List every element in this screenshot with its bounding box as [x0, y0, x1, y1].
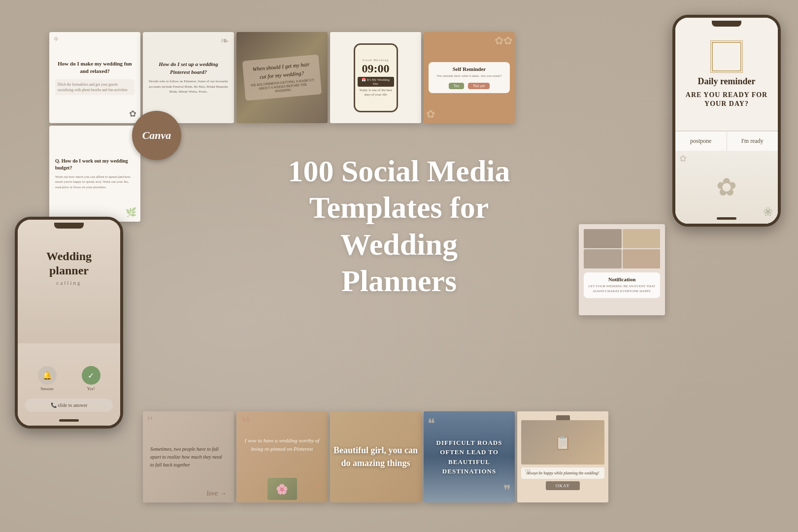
- phone-left-content: Wedding planner calling 🔔 Snooze ✓ Yes! …: [18, 220, 120, 426]
- reminder-title: Self Reminder: [433, 66, 505, 72]
- template-card-b1[interactable]: " Sometimes, two people have to fall apa…: [143, 411, 234, 502]
- leaf-icon: 🌿: [126, 207, 136, 218]
- template-card-notification[interactable]: Notification LET YOUR WEDDING BE AN EVEN…: [579, 224, 665, 315]
- botanical-icon: ❧: [220, 34, 229, 47]
- notification-inner: Notification LET YOUR WEDDING BE AN EVEN…: [579, 224, 665, 315]
- quote-mark-tl: ❝: [240, 415, 251, 431]
- mini-phone-display: Good Morning 09:00 📅 It's My Wedding Day…: [354, 43, 398, 112]
- love-arrow: love →: [206, 490, 227, 498]
- card-b4-inner: ❝ ❞ DIFFICULT ROADS OFTEN LEAD TO BEAUTI…: [424, 411, 515, 502]
- yes-label: Yes!: [82, 386, 100, 391]
- notification-text: LET YOUR WEDDING BE AN EVENT THAT ALWAYS…: [588, 284, 656, 294]
- card6-question: Q. How do I work out my wedding budget?: [55, 158, 134, 171]
- slide-bar[interactable]: 📞 slide to answer: [25, 399, 113, 412]
- mini-phone-subtitle: Today is one of the best days of your li…: [358, 88, 394, 97]
- card-b5-inner: 📋 ♡ Always be happy while planning the w…: [517, 411, 608, 502]
- template-card-b4[interactable]: ❝ ❞ DIFFICULT ROADS OFTEN LEAD TO BEAUTI…: [424, 411, 515, 502]
- template-card-b5[interactable]: 📋 ♡ Always be happy while planning the w…: [517, 411, 608, 502]
- flower-decoration: ✿: [129, 108, 136, 119]
- snooze-label: Snooze: [38, 386, 57, 391]
- phone-left-title: Wedding planner: [25, 249, 113, 278]
- phone-right-flowers: ✿ ❀ ✿: [675, 151, 778, 224]
- template-card-3[interactable]: When should I get my hair cut for my wed…: [236, 32, 328, 123]
- phone-left: Wedding planner calling 🔔 Snooze ✓ Yes! …: [15, 217, 123, 429]
- quote-mark-br: ❞: [313, 483, 324, 499]
- snooze-button[interactable]: 🔔 Snooze: [38, 366, 57, 391]
- reminder-box: Self Reminder You already have what it t…: [429, 62, 510, 93]
- card1-question: How do I make my wedding fun and relaxed…: [55, 60, 134, 75]
- card3-text-box: When should I get my hair cut for my wed…: [242, 54, 322, 100]
- postpone-btn[interactable]: postpone: [675, 132, 727, 151]
- clipboard-text-box: Always be happy while planning the weddi…: [521, 467, 604, 479]
- card-b1-quote: Sometimes, two people have to fall apart…: [150, 445, 227, 469]
- title-line3: Planners: [341, 264, 457, 298]
- flowers-top: ✿✿: [495, 34, 512, 47]
- clipboard-clip: [556, 415, 570, 420]
- pinterest-img: 🌸: [267, 478, 297, 500]
- yes-button[interactable]: ✓ Yes!: [82, 366, 100, 391]
- title-line2: Templates for Wedding: [309, 191, 489, 261]
- card6-answer: Work out how much you can afford to spen…: [55, 174, 134, 190]
- card-b2-inner: ❝ ❞ 🌸 I vow to have a wedding worthy of …: [236, 411, 328, 502]
- road-quote-close: ❞: [503, 482, 511, 499]
- daily-reminder-label: Daily reminder: [698, 76, 755, 87]
- photo-grid: [584, 229, 660, 268]
- title-line1: 100 Social Media: [288, 154, 510, 188]
- phone-right-actions: postpone I'm ready: [675, 131, 778, 151]
- card-b2-text: I vow to have a wedding worthy of being …: [241, 436, 323, 453]
- phone-right-home: [717, 217, 736, 220]
- im-ready-btn[interactable]: I'm ready: [727, 132, 778, 151]
- phone-icon: 📞: [51, 402, 58, 408]
- ready-text: ARE YOU READY FOR YOUR DAY?: [683, 91, 770, 108]
- heart-icon: ♡: [525, 468, 531, 476]
- mini-phone-time: 09:00: [362, 62, 390, 75]
- phone-right: Daily reminder ARE YOU READY FOR YOUR DA…: [672, 15, 781, 227]
- road-quote-open: ❝: [428, 415, 435, 432]
- quote-open: ": [147, 414, 153, 429]
- card-b3-inner: Beautiful girl, you can do amazing thing…: [330, 411, 421, 502]
- phone-right-content: Daily reminder ARE YOU READY FOR YOUR DA…: [675, 18, 778, 224]
- card-b5-text: Always be happy while planning the weddi…: [525, 470, 600, 476]
- phone-left-subtitle: calling: [25, 280, 113, 286]
- flower-large-icon: ✿: [716, 173, 737, 201]
- reminder-buttons: Yes Not yet: [433, 83, 505, 89]
- no-btn[interactable]: Not yet: [468, 83, 490, 89]
- phone-notch: [54, 223, 84, 229]
- template-card-b3[interactable]: Beautiful girl, you can do amazing thing…: [330, 411, 421, 502]
- template-card-b2[interactable]: ❝ ❞ 🌸 I vow to have a wedding worthy of …: [236, 411, 328, 502]
- reminder-text: You already have what it takes. Are you …: [433, 74, 505, 79]
- card-b3-text: Beautiful girl, you can do amazing thing…: [330, 444, 421, 469]
- yes-btn[interactable]: Yes: [449, 83, 465, 89]
- card2-question: How do I set up a wedding Pinterest boar…: [149, 61, 228, 76]
- template-card-5[interactable]: ✿✿ Self Reminder You already have what i…: [424, 32, 515, 123]
- snooze-icon: 🔔: [38, 366, 57, 385]
- card-b4-text: DIFFICULT ROADS OFTEN LEAD TO BEAUTIFUL …: [431, 438, 507, 476]
- yes-icon: ✓: [82, 366, 100, 385]
- template-card-2[interactable]: How do I set up a wedding Pinterest boar…: [143, 32, 234, 123]
- canva-badge: Canva: [132, 111, 181, 160]
- template-card-4[interactable]: Good Morning 09:00 📅 It's My Wedding Day…: [330, 32, 421, 123]
- notification-title: Notification: [588, 276, 656, 282]
- notification-box: Notification LET YOUR WEDDING BE AN EVEN…: [584, 272, 660, 298]
- phone-right-top: Daily reminder ARE YOU READY FOR YOUR DA…: [675, 18, 778, 131]
- okay-btn[interactable]: OKAY: [546, 481, 580, 490]
- template-card-1[interactable]: Q. How do I make my wedding fun and rela…: [49, 32, 140, 123]
- card2-answer: Decide who to follow on Pinterest. Some …: [149, 79, 228, 95]
- clipboard-image: 📋: [521, 420, 604, 465]
- main-title: 100 Social Media Templates for Wedding P…: [251, 153, 547, 299]
- flowers-bottom: ✿: [426, 108, 435, 121]
- card-b1-inner: " Sometimes, two people have to fall apa…: [143, 411, 234, 502]
- phone-right-notch: [712, 21, 741, 27]
- phone-home-button: [59, 419, 79, 422]
- template-card-6[interactable]: Q. How do I work out my wedding budget? …: [49, 126, 140, 222]
- card1-answer: Ditch the formalities and get your guest…: [55, 79, 134, 96]
